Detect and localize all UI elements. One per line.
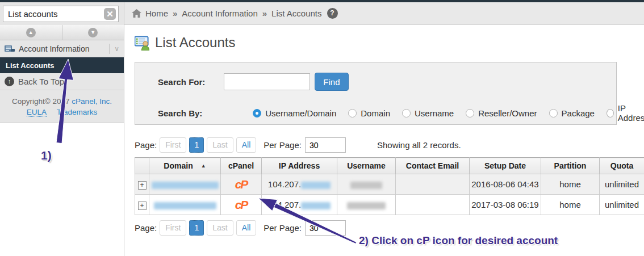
first-page-button[interactable]: First	[160, 137, 186, 153]
domain-column-header[interactable]: Domain▲	[149, 158, 221, 174]
first-page-button[interactable]: First	[160, 220, 186, 236]
expand-row-button[interactable]: +	[138, 202, 147, 210]
expand-row-button[interactable]: +	[138, 181, 147, 190]
records-count-text: Showing all 2 records.	[377, 140, 461, 150]
quota-column-header[interactable]: Quota	[600, 158, 644, 174]
per-page-label: Per Page:	[264, 223, 302, 233]
sidebar-item-list-accounts[interactable]: List Accounts	[0, 57, 124, 73]
page-1-button[interactable]: 1	[189, 137, 204, 153]
sidebar-search-area: ✕	[0, 2, 124, 25]
help-icon[interactable]: ?	[327, 8, 338, 19]
scroll-down-button[interactable]: ▼	[62, 25, 124, 40]
partition-cell: home	[541, 174, 600, 195]
sidebar-section-label: Account Information	[19, 44, 90, 53]
copyright-text: Copyright© 2017	[12, 97, 70, 106]
radio-icon	[466, 109, 474, 117]
redacted-domain	[152, 182, 219, 189]
cpanel-inc-link[interactable]: cPanel, Inc.	[72, 97, 112, 106]
sidebar-search-input[interactable]	[3, 6, 119, 22]
chevron-down-icon[interactable]: ∨	[114, 45, 119, 53]
redacted-ip	[301, 182, 331, 189]
scroll-up-button[interactable]: ▲	[0, 25, 62, 40]
find-button[interactable]: Find	[315, 73, 348, 91]
sidebar-section-account-information[interactable]: Account Information ∨	[0, 40, 124, 57]
down-arrow-icon: ▼	[88, 28, 98, 37]
ip-cell[interactable]: 104.207.	[262, 174, 337, 195]
partition-column-header[interactable]: Partition	[541, 158, 600, 174]
breadcrumb-list-accounts[interactable]: List Accounts	[271, 9, 321, 18]
radio-icon	[402, 109, 411, 117]
sidebar-active-label: List Accounts	[6, 61, 54, 70]
page-title: List Accounts	[155, 35, 235, 51]
back-to-top-label: Back To Top	[18, 77, 64, 86]
account-info-icon	[5, 45, 15, 52]
all-pages-button[interactable]: All	[236, 137, 257, 153]
radio-icon	[607, 109, 614, 117]
domain-cell[interactable]	[149, 195, 221, 215]
breadcrumb-separator: »	[262, 9, 267, 18]
eula-link[interactable]: EULA	[27, 108, 47, 117]
username-cell	[337, 174, 396, 195]
radio-ip-address[interactable]: IP Address	[607, 103, 644, 123]
contact-email-cell	[396, 174, 470, 195]
contact-email-cell	[396, 195, 470, 215]
search-by-label: Search By:	[158, 108, 236, 118]
list-accounts-icon	[135, 35, 150, 51]
clear-search-icon[interactable]: ✕	[104, 8, 116, 20]
last-page-button[interactable]: Last	[207, 220, 233, 236]
redacted-domain	[154, 202, 216, 209]
breadcrumb-separator: »	[173, 9, 177, 18]
ip-cell[interactable]: 104.207.	[262, 195, 337, 215]
redacted-ip	[301, 202, 331, 209]
redacted-username	[347, 202, 386, 209]
all-pages-button[interactable]: All	[236, 220, 257, 236]
quota-cell: unlimited	[600, 195, 644, 215]
radio-label: Package	[562, 108, 595, 118]
search-for-label: Search For:	[158, 77, 205, 87]
back-to-top-link[interactable]: ↑ Back To Top	[0, 73, 124, 90]
page-1-button[interactable]: 1	[189, 220, 204, 236]
contact-email-column-header[interactable]: Contact Email	[396, 158, 470, 174]
radio-label: Domain	[361, 108, 390, 118]
home-icon	[132, 9, 141, 18]
trademarks-link[interactable]: Trademarks	[57, 108, 98, 116]
cpanel-column-header[interactable]: cPanel	[221, 158, 262, 174]
divider	[109, 44, 110, 54]
breadcrumb-home[interactable]: Home	[145, 9, 168, 18]
up-arrow-icon: ▲	[26, 28, 36, 37]
radio-icon	[549, 109, 558, 117]
sort-ascending-icon: ▲	[201, 163, 206, 169]
ip-column-header[interactable]: IP Address	[262, 158, 337, 174]
cpanel-login-icon[interactable]: cP	[235, 178, 248, 191]
breadcrumb-account-information[interactable]: Account Information	[182, 9, 257, 18]
page-label: Page:	[135, 223, 157, 233]
back-to-top-icon: ↑	[5, 77, 14, 86]
username-cell	[337, 195, 396, 215]
setup-date-column-header[interactable]: Setup Date	[470, 158, 541, 174]
radio-reseller-owner[interactable]: Reseller/Owner	[466, 108, 537, 118]
radio-label: Reseller/Owner	[478, 108, 537, 118]
account-row-1: + cP 104.207. 2016-08-06 04:43 home unli…	[135, 174, 644, 195]
pagination-bottom: Page: First 1 Last All Per Page:	[135, 220, 644, 236]
cpanel-login-icon[interactable]: cP	[235, 198, 248, 211]
per-page-input[interactable]	[305, 220, 346, 236]
quota-cell: unlimited	[600, 174, 644, 195]
radio-username-domain[interactable]: Username/Domain	[253, 108, 336, 118]
last-page-button[interactable]: Last	[207, 137, 233, 153]
radio-username[interactable]: Username	[402, 108, 454, 118]
account-row-2: + cP 104.207. 2017-03-08 06:19 home unli…	[135, 195, 644, 215]
radio-domain[interactable]: Domain	[348, 108, 390, 118]
radio-package[interactable]: Package	[549, 108, 595, 118]
search-for-input[interactable]	[224, 73, 310, 90]
breadcrumb: Home » Account Information » List Accoun…	[124, 2, 644, 25]
domain-cell[interactable]	[149, 174, 221, 195]
per-page-label: Per Page:	[264, 140, 302, 150]
per-page-input[interactable]	[305, 137, 346, 153]
setup-date-cell: 2016-08-06 04:43	[470, 174, 541, 195]
username-column-header[interactable]: Username	[337, 158, 396, 174]
redacted-username	[350, 182, 382, 189]
search-panel: Search For: Find Search By: Username/Dom…	[135, 62, 617, 125]
page-label: Page:	[135, 140, 157, 150]
radio-label: IP Address	[618, 103, 644, 123]
radio-label: Username	[415, 108, 454, 118]
